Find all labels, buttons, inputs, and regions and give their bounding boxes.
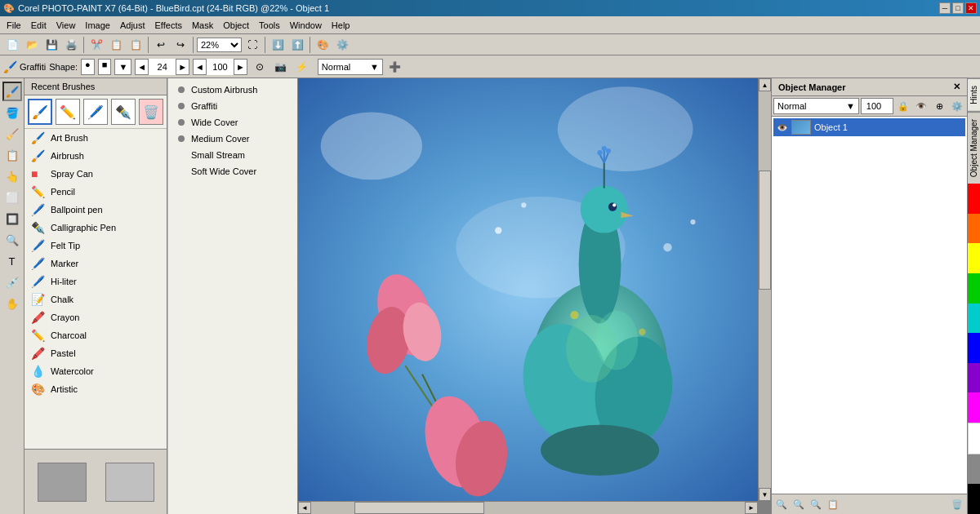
swatch-blue[interactable] <box>968 333 981 363</box>
close-button[interactable]: ✕ <box>965 2 977 14</box>
recent-brush-2[interactable]: ✏️ <box>56 99 80 125</box>
brush-opacity-input[interactable] <box>206 59 234 75</box>
swatch-purple[interactable] <box>968 363 981 393</box>
brush-airbrush[interactable]: 🖌️ Airbrush <box>24 147 167 165</box>
brush-spraycan[interactable]: ■ Spray Can <box>24 165 167 183</box>
scroll-down-button[interactable]: ▼ <box>759 488 771 501</box>
om-add-button[interactable]: 🔍 <box>773 496 790 512</box>
om-merge-button[interactable]: ⊕ <box>931 98 947 114</box>
canvas-image[interactable] <box>298 78 758 501</box>
brush-hiliter[interactable]: 🖊️ Hi-liter <box>24 273 167 290</box>
scroll-thumb-h[interactable] <box>354 502 484 514</box>
menu-adjust[interactable]: Adjust <box>115 19 150 32</box>
swatch-gray[interactable] <box>968 454 981 485</box>
menu-mask[interactable]: Mask <box>187 19 218 32</box>
om-visibility-button[interactable]: 👁️ <box>913 98 929 114</box>
scroll-right-button[interactable]: ► <box>745 502 758 514</box>
recent-brush-1[interactable]: 🖌️ <box>28 99 52 125</box>
vertical-scrollbar[interactable]: ▲ ▼ <box>758 78 771 501</box>
shape-circle-button[interactable]: ● <box>81 59 95 75</box>
options-button[interactable]: ⚙️ <box>333 36 351 54</box>
swatch-white[interactable] <box>968 423 981 454</box>
om-mode-dropdown[interactable]: Normal ▼ <box>773 98 859 114</box>
brush-option1[interactable]: ⊙ <box>251 58 269 76</box>
import-button[interactable]: ⬇️ <box>269 36 287 54</box>
brush-charcoal[interactable]: ✏️ Charcoal <box>24 326 167 344</box>
horizontal-scrollbar[interactable]: ◄ ► <box>298 501 758 514</box>
swatch-orange[interactable] <box>968 214 981 244</box>
swatch-yellow[interactable] <box>968 243 981 273</box>
brush-chalk[interactable]: 📝 Chalk <box>24 290 167 308</box>
flyout-graffiti[interactable]: Graffiti <box>168 98 297 114</box>
print-button[interactable]: 🖨️ <box>62 36 80 54</box>
export-button[interactable]: ⬆️ <box>288 36 306 54</box>
swatch-black[interactable] <box>968 484 981 514</box>
hints-tab[interactable]: Hints <box>968 78 980 112</box>
copy-button[interactable]: 📋 <box>107 36 125 54</box>
recent-brush-5[interactable]: 🗑️ <box>139 99 163 125</box>
recent-brush-3[interactable]: 🖊️ <box>83 99 108 125</box>
tool-eraser[interactable]: 🧹 <box>2 124 22 144</box>
color-mode-button[interactable]: 🎨 <box>314 36 332 54</box>
brush-add-button[interactable]: ➕ <box>386 58 404 76</box>
menu-help[interactable]: Help <box>327 19 355 32</box>
swatch-cyan[interactable] <box>968 304 981 334</box>
menu-tools[interactable]: Tools <box>254 19 285 32</box>
cut-button[interactable]: ✂️ <box>87 36 105 54</box>
tool-eyedropper[interactable]: 💉 <box>2 273 22 292</box>
tool-hand[interactable]: ✋ <box>2 294 22 313</box>
brush-crayon[interactable]: 🖍️ Crayon <box>24 308 167 326</box>
om-flatten-button[interactable]: 📋 <box>825 496 841 512</box>
object-manager-tab[interactable]: Object Manager <box>968 112 980 184</box>
brush-pencil[interactable]: ✏️ Pencil <box>24 183 167 201</box>
brush-watercolor[interactable]: 💧 Watercolor <box>24 362 167 380</box>
open-button[interactable]: 📂 <box>23 36 41 54</box>
om-settings-button[interactable]: ⚙️ <box>949 98 965 114</box>
tool-text[interactable]: T <box>2 251 22 271</box>
menu-edit[interactable]: Edit <box>26 19 51 32</box>
opacity-increment-button[interactable]: ► <box>234 62 247 72</box>
undo-button[interactable]: ↩ <box>152 36 170 54</box>
brush-calligraphic[interactable]: ✒️ Calligraphic Pen <box>24 219 167 237</box>
menu-view[interactable]: View <box>51 19 81 32</box>
menu-file[interactable]: File <box>2 19 26 32</box>
brush-artistic[interactable]: 🎨 Artistic <box>24 380 167 398</box>
tool-smear[interactable]: 👆 <box>2 166 22 186</box>
brush-artbrush[interactable]: 🖌️ Art Brush <box>24 129 167 147</box>
recent-brush-4[interactable]: ✒️ <box>111 99 136 125</box>
swatch-red[interactable] <box>968 184 981 214</box>
om-delete-button[interactable]: 🗑️ <box>949 496 965 512</box>
flyout-medium-cover[interactable]: Medium Cover <box>168 131 297 147</box>
blend-mode-dropdown[interactable]: Normal ▼ <box>318 59 383 75</box>
size-increment-button[interactable]: ► <box>176 62 189 72</box>
om-object-row-1[interactable]: 👁️ Object 1 <box>773 118 965 136</box>
brush-ballpoint[interactable]: 🖊️ Ballpoint pen <box>24 201 167 219</box>
paste-button[interactable]: 📋 <box>127 36 145 54</box>
brush-marker[interactable]: 🖊️ Marker <box>24 255 167 273</box>
menu-window[interactable]: Window <box>285 19 327 32</box>
zoom-select[interactable]: 22% 50% 100% <box>197 38 242 52</box>
tool-paint[interactable]: 🖌️ <box>2 82 22 101</box>
shape-square-button[interactable]: ■ <box>98 59 112 75</box>
brush-size-input[interactable] <box>148 59 176 75</box>
brush-option2[interactable]: 📷 <box>272 58 290 76</box>
flyout-wide-cover[interactable]: Wide Cover <box>168 114 297 131</box>
brush-felttip[interactable]: 🖊️ Felt Tip <box>24 237 167 255</box>
brush-pastel[interactable]: 🖍️ Pastel <box>24 344 167 362</box>
zoom-fit[interactable]: ⛶ <box>243 36 261 54</box>
new-button[interactable]: 📄 <box>3 36 21 54</box>
om-opacity-input[interactable] <box>862 101 886 111</box>
om-close-icon[interactable]: ✕ <box>953 82 960 92</box>
flyout-custom-airbrush[interactable]: Custom Airbrush <box>168 82 297 98</box>
menu-image[interactable]: Image <box>80 19 115 32</box>
size-decrement-button[interactable]: ◄ <box>136 62 148 72</box>
scroll-thumb-v[interactable] <box>759 171 771 290</box>
scroll-up-button[interactable]: ▲ <box>759 78 771 91</box>
menu-object[interactable]: Object <box>218 19 254 32</box>
flyout-small-stream[interactable]: Small Stream <box>168 147 297 163</box>
tool-zoom[interactable]: 🔍 <box>2 230 22 250</box>
canvas-area[interactable]: ▲ ▼ ◄ ► <box>298 78 771 514</box>
tool-mask[interactable]: 🔲 <box>2 209 22 228</box>
tool-select[interactable]: ⬜ <box>2 188 22 207</box>
swatch-magenta[interactable] <box>968 392 981 423</box>
